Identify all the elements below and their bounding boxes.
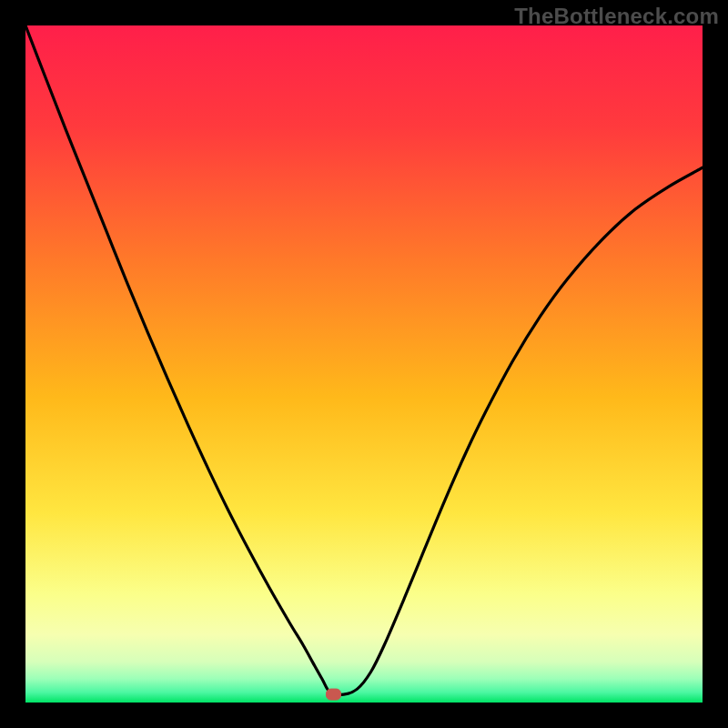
svg-rect-0: [327, 689, 341, 700]
chart-frame: TheBottleneck.com: [0, 0, 728, 728]
marker-dot: [327, 689, 341, 700]
gradient-background: [25, 25, 703, 703]
plot-svg: [25, 25, 703, 703]
plot-area: [25, 25, 703, 703]
